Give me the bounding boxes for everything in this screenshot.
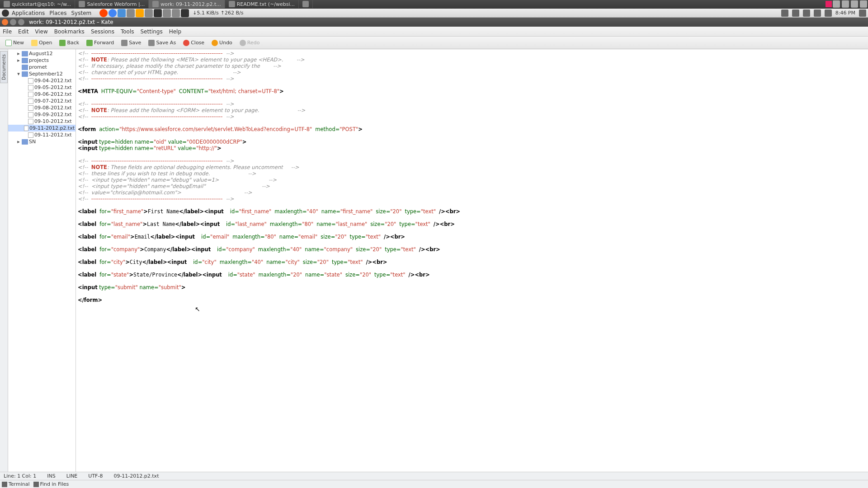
tray-icon-4[interactable] <box>860 0 867 8</box>
documents-tab[interactable]: Documents <box>0 51 8 83</box>
app-icon-1[interactable] <box>127 9 135 17</box>
kate-icon <box>152 1 159 7</box>
taskbar-desktop-button[interactable] <box>299 0 313 8</box>
open-icon <box>31 40 38 46</box>
find-in-files-tab[interactable]: Find in Files <box>33 481 69 487</box>
tree-file-item[interactable]: 09-07-2012.txt <box>8 98 75 104</box>
window-titlebar[interactable]: work: 09-11-2012.p2.txt – Kate <box>0 18 868 27</box>
undo-button[interactable]: Undo <box>209 39 235 47</box>
tree-folder[interactable]: ▸SN <box>8 138 75 145</box>
tree-expander-icon[interactable]: ▸ <box>16 57 21 63</box>
tree-expander-icon[interactable]: ▸ <box>16 139 21 145</box>
status-filename: 09-11-2012.p2.txt <box>113 473 159 479</box>
menu-view[interactable]: View <box>35 28 47 35</box>
tree-file-item[interactable]: 09-06-2012.txt <box>8 91 75 98</box>
volume-icon[interactable] <box>803 9 810 17</box>
taskbar-tab-kate[interactable]: work: 09-11-2012.p2.t... <box>149 0 225 8</box>
taskbar-tab-readme[interactable]: README.txt (~/websi... <box>225 0 299 8</box>
window-maximize-button[interactable] <box>18 19 24 25</box>
app-icon-2[interactable] <box>145 9 153 17</box>
terminal-panel-icon <box>2 482 7 487</box>
tree-item-label: 09-04-2012.txt <box>34 78 72 84</box>
distro-logo-icon[interactable] <box>2 9 9 17</box>
code-editor[interactable]: <!-- -----------------------------------… <box>76 49 868 472</box>
keyboard-icon[interactable] <box>781 9 788 17</box>
tray-icon-2[interactable] <box>842 0 849 8</box>
tree-file-item[interactable]: 09-05-2012.txt <box>8 84 75 91</box>
system-menu[interactable]: System <box>71 10 91 16</box>
saveas-button[interactable]: Save As <box>146 39 179 47</box>
applications-menu[interactable]: Applications <box>12 10 45 16</box>
places-menu[interactable]: Places <box>49 10 66 16</box>
save-button[interactable]: Save <box>118 39 144 47</box>
menubar: File Edit View Bookmarks Sessions Tools … <box>0 27 868 37</box>
open-button[interactable]: Open <box>28 39 55 47</box>
tree-file-item[interactable]: 09-08-2012.txt <box>8 104 75 111</box>
menu-sessions[interactable]: Sessions <box>91 28 114 35</box>
folder-icon <box>22 139 28 145</box>
tray-icon-3[interactable] <box>851 0 858 8</box>
taskbar-right <box>826 0 868 8</box>
folder-icon <box>22 58 28 63</box>
power-icon[interactable] <box>859 9 866 17</box>
updates-icon[interactable] <box>792 9 799 17</box>
mail-icon[interactable] <box>825 9 832 17</box>
new-button[interactable]: New <box>3 39 27 47</box>
gedit-icon <box>229 1 235 7</box>
forward-icon <box>86 40 93 46</box>
terminal-launcher-icon[interactable] <box>154 9 162 17</box>
tree-folder[interactable]: ▸August12 <box>8 50 75 57</box>
forward-button[interactable]: Forward <box>84 39 117 47</box>
window-close-button[interactable] <box>2 19 8 25</box>
tree-item-label: 09-07-2012.txt <box>34 98 72 104</box>
file-icon <box>28 92 33 97</box>
notification-icon[interactable] <box>826 1 832 7</box>
file-icon <box>28 99 33 104</box>
chromium-icon[interactable] <box>108 9 117 17</box>
menu-bookmarks[interactable]: Bookmarks <box>54 28 85 35</box>
tree-file-item[interactable]: 09-04-2012.txt <box>8 77 75 84</box>
virtualbox-icon[interactable] <box>118 9 126 17</box>
folder-icon <box>22 65 28 70</box>
file-icon <box>24 126 28 131</box>
file-tree[interactable]: ▸August12▸projectspromet▾September1209-0… <box>8 49 76 472</box>
firefox-icon[interactable] <box>99 9 108 17</box>
taskbar-tab-browser[interactable]: Salesforce Webform |... <box>75 0 149 8</box>
tree-item-label: 09-06-2012.txt <box>34 91 72 97</box>
tree-folder[interactable]: ▸projects <box>8 57 75 64</box>
monitor-icon[interactable] <box>181 9 189 17</box>
tree-file-item[interactable]: 09-09-2012.txt <box>8 111 75 118</box>
tree-file-item[interactable]: 09-10-2012.txt <box>8 118 75 125</box>
app-icon-4[interactable] <box>172 9 180 17</box>
taskbar-tab-terminal[interactable]: quickstart@qs10: ~/w... <box>0 0 75 8</box>
menu-file[interactable]: File <box>3 28 12 35</box>
back-button[interactable]: Back <box>57 39 82 47</box>
system-tray: 8:46 PM <box>781 9 866 17</box>
terminal-icon <box>4 1 10 7</box>
menu-tools[interactable]: Tools <box>121 28 134 35</box>
tree-expander-icon[interactable]: ▸ <box>16 51 21 56</box>
tree-folder[interactable]: promet <box>8 64 75 70</box>
main-area: Documents ▸August12▸projectspromet▾Septe… <box>0 49 868 472</box>
left-sidebar-tabs: Documents <box>0 49 8 472</box>
folder-icon <box>22 51 28 56</box>
menu-edit[interactable]: Edit <box>18 28 28 35</box>
clock[interactable]: 8:46 PM <box>835 10 855 16</box>
tree-file-item[interactable]: 09-11-2012.txt <box>8 131 75 138</box>
tree-expander-icon[interactable]: ▾ <box>16 71 21 77</box>
window-minimize-button[interactable] <box>10 19 16 25</box>
tree-file-item[interactable]: 09-11-2012.p2.txt <box>8 125 75 131</box>
menu-settings[interactable]: Settings <box>140 28 162 35</box>
tree-folder[interactable]: ▾September12 <box>8 70 75 77</box>
encoding[interactable]: UTF-8 <box>88 473 103 479</box>
line-mode[interactable]: LINE <box>66 473 78 479</box>
network-icon[interactable] <box>814 9 821 17</box>
phpmyadmin-icon[interactable] <box>136 9 144 17</box>
tray-icon-1[interactable] <box>833 0 840 8</box>
insert-mode[interactable]: INS <box>47 473 55 479</box>
menu-help[interactable]: Help <box>169 28 181 35</box>
app-icon-3[interactable] <box>163 9 171 17</box>
close-button[interactable]: Close <box>180 39 207 47</box>
saveas-icon <box>148 40 155 46</box>
terminal-panel-tab[interactable]: Terminal <box>2 481 30 487</box>
